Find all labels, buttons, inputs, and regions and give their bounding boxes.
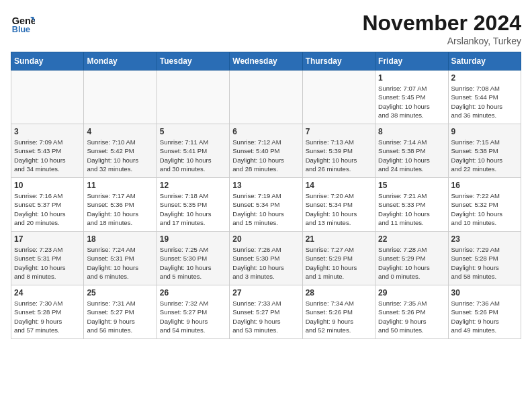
weekday-header-saturday: Saturday <box>448 52 521 71</box>
day-info: Sunrise: 7:12 AMSunset: 5:40 PMDaylight:… <box>232 138 299 173</box>
day-info: Sunrise: 7:24 AMSunset: 5:31 PMDaylight:… <box>87 245 153 281</box>
calendar-cell <box>11 71 84 124</box>
calendar-cell: 11Sunrise: 7:17 AMSunset: 5:36 PMDayligh… <box>84 178 157 232</box>
day-number: 12 <box>160 181 226 190</box>
calendar-cell: 27Sunrise: 7:33 AMSunset: 5:27 PMDayligh… <box>230 285 302 339</box>
week-row-2: 3Sunrise: 7:09 AMSunset: 5:43 PMDaylight… <box>11 124 521 178</box>
day-number: 15 <box>378 181 445 190</box>
day-number: 27 <box>232 288 299 298</box>
day-info: Sunrise: 7:28 AMSunset: 5:29 PMDaylight:… <box>378 245 445 281</box>
location: Arslankoy, Turkey <box>362 36 521 46</box>
day-info: Sunrise: 7:17 AMSunset: 5:36 PMDaylight:… <box>87 191 153 227</box>
day-number: 14 <box>306 181 372 190</box>
day-info: Sunrise: 7:11 AMSunset: 5:41 PMDaylight:… <box>160 138 226 173</box>
day-info: Sunrise: 7:35 AMSunset: 5:26 PMDaylight:… <box>378 299 445 334</box>
day-number: 1 <box>378 73 445 83</box>
calendar-cell: 8Sunrise: 7:14 AMSunset: 5:38 PMDaylight… <box>375 124 448 178</box>
calendar-cell: 24Sunrise: 7:30 AMSunset: 5:28 PMDayligh… <box>11 285 84 339</box>
calendar-cell: 1Sunrise: 7:07 AMSunset: 5:45 PMDaylight… <box>375 71 448 124</box>
day-info: Sunrise: 7:32 AMSunset: 5:27 PMDaylight:… <box>160 299 226 334</box>
day-number: 16 <box>451 181 518 190</box>
calendar-cell: 13Sunrise: 7:19 AMSunset: 5:34 PMDayligh… <box>230 178 302 232</box>
weekday-header-monday: Monday <box>84 52 157 71</box>
calendar-cell: 19Sunrise: 7:25 AMSunset: 5:30 PMDayligh… <box>157 232 229 285</box>
day-number: 30 <box>451 288 518 298</box>
day-info: Sunrise: 7:30 AMSunset: 5:28 PMDaylight:… <box>14 299 81 334</box>
weekday-header-wednesday: Wednesday <box>230 52 302 71</box>
day-info: Sunrise: 7:31 AMSunset: 5:27 PMDaylight:… <box>87 299 153 334</box>
calendar-cell: 10Sunrise: 7:16 AMSunset: 5:37 PMDayligh… <box>11 178 84 232</box>
day-info: Sunrise: 7:16 AMSunset: 5:37 PMDaylight:… <box>14 191 81 227</box>
title-area: November 2024 Arslankoy, Turkey <box>362 11 521 46</box>
day-number: 21 <box>306 234 372 244</box>
month-title: November 2024 <box>362 11 521 36</box>
day-number: 17 <box>14 234 81 244</box>
calendar-cell: 29Sunrise: 7:35 AMSunset: 5:26 PMDayligh… <box>375 285 448 339</box>
day-info: Sunrise: 7:22 AMSunset: 5:32 PMDaylight:… <box>451 191 518 227</box>
weekday-header-tuesday: Tuesday <box>157 52 229 71</box>
week-row-4: 17Sunrise: 7:23 AMSunset: 5:31 PMDayligh… <box>11 232 521 285</box>
day-number: 11 <box>87 181 153 190</box>
calendar-cell: 22Sunrise: 7:28 AMSunset: 5:29 PMDayligh… <box>375 232 448 285</box>
day-info: Sunrise: 7:14 AMSunset: 5:38 PMDaylight:… <box>378 138 445 173</box>
calendar-cell: 12Sunrise: 7:18 AMSunset: 5:35 PMDayligh… <box>157 178 229 232</box>
weekday-header-friday: Friday <box>375 52 448 71</box>
day-number: 22 <box>378 234 445 244</box>
day-info: Sunrise: 7:13 AMSunset: 5:39 PMDaylight:… <box>306 138 372 173</box>
day-info: Sunrise: 7:33 AMSunset: 5:27 PMDaylight:… <box>232 299 299 334</box>
day-info: Sunrise: 7:18 AMSunset: 5:35 PMDaylight:… <box>160 191 226 227</box>
calendar-cell: 21Sunrise: 7:27 AMSunset: 5:29 PMDayligh… <box>302 232 375 285</box>
day-number: 3 <box>14 127 81 136</box>
calendar-cell: 18Sunrise: 7:24 AMSunset: 5:31 PMDayligh… <box>84 232 157 285</box>
day-info: Sunrise: 7:25 AMSunset: 5:30 PMDaylight:… <box>160 245 226 281</box>
day-number: 18 <box>87 234 153 244</box>
day-number: 13 <box>232 181 299 190</box>
weekday-header-row: SundayMondayTuesdayWednesdayThursdayFrid… <box>11 52 521 71</box>
day-number: 2 <box>451 73 518 83</box>
day-info: Sunrise: 7:34 AMSunset: 5:26 PMDaylight:… <box>306 299 372 334</box>
day-number: 10 <box>14 181 81 190</box>
calendar-cell <box>302 71 375 124</box>
day-number: 24 <box>14 288 81 298</box>
calendar-cell: 15Sunrise: 7:21 AMSunset: 5:33 PMDayligh… <box>375 178 448 232</box>
logo-icon: General Blue <box>11 11 35 35</box>
day-info: Sunrise: 7:07 AMSunset: 5:45 PMDaylight:… <box>378 84 445 120</box>
day-info: Sunrise: 7:20 AMSunset: 5:34 PMDaylight:… <box>306 191 372 227</box>
calendar-cell: 17Sunrise: 7:23 AMSunset: 5:31 PMDayligh… <box>11 232 84 285</box>
calendar-cell: 20Sunrise: 7:26 AMSunset: 5:30 PMDayligh… <box>230 232 302 285</box>
day-info: Sunrise: 7:15 AMSunset: 5:38 PMDaylight:… <box>451 138 518 173</box>
calendar-cell: 26Sunrise: 7:32 AMSunset: 5:27 PMDayligh… <box>157 285 229 339</box>
day-number: 29 <box>378 288 445 298</box>
calendar-cell: 25Sunrise: 7:31 AMSunset: 5:27 PMDayligh… <box>84 285 157 339</box>
day-number: 25 <box>87 288 153 298</box>
calendar-cell <box>157 71 229 124</box>
calendar-cell <box>230 71 302 124</box>
day-number: 8 <box>378 127 445 136</box>
week-row-3: 10Sunrise: 7:16 AMSunset: 5:37 PMDayligh… <box>11 178 521 232</box>
weekday-header-thursday: Thursday <box>302 52 375 71</box>
day-number: 20 <box>232 234 299 244</box>
calendar-cell: 14Sunrise: 7:20 AMSunset: 5:34 PMDayligh… <box>302 178 375 232</box>
day-info: Sunrise: 7:09 AMSunset: 5:43 PMDaylight:… <box>14 138 81 173</box>
svg-text:Blue: Blue <box>12 25 30 34</box>
calendar-cell: 23Sunrise: 7:29 AMSunset: 5:28 PMDayligh… <box>448 232 521 285</box>
calendar-cell: 9Sunrise: 7:15 AMSunset: 5:38 PMDaylight… <box>448 124 521 178</box>
calendar-cell: 7Sunrise: 7:13 AMSunset: 5:39 PMDaylight… <box>302 124 375 178</box>
calendar-cell <box>84 71 157 124</box>
week-row-1: 1Sunrise: 7:07 AMSunset: 5:45 PMDaylight… <box>11 71 521 124</box>
day-number: 23 <box>451 234 518 244</box>
day-info: Sunrise: 7:36 AMSunset: 5:26 PMDaylight:… <box>451 299 518 334</box>
day-number: 26 <box>160 288 226 298</box>
calendar-cell: 5Sunrise: 7:11 AMSunset: 5:41 PMDaylight… <box>157 124 229 178</box>
day-number: 6 <box>232 127 299 136</box>
logo: General Blue <box>11 11 35 35</box>
day-info: Sunrise: 7:26 AMSunset: 5:30 PMDaylight:… <box>232 245 299 281</box>
day-number: 4 <box>87 127 153 136</box>
calendar-cell: 2Sunrise: 7:08 AMSunset: 5:44 PMDaylight… <box>448 71 521 124</box>
calendar-cell: 16Sunrise: 7:22 AMSunset: 5:32 PMDayligh… <box>448 178 521 232</box>
calendar-cell: 30Sunrise: 7:36 AMSunset: 5:26 PMDayligh… <box>448 285 521 339</box>
day-number: 9 <box>451 127 518 136</box>
day-info: Sunrise: 7:29 AMSunset: 5:28 PMDaylight:… <box>451 245 518 281</box>
calendar-cell: 28Sunrise: 7:34 AMSunset: 5:26 PMDayligh… <box>302 285 375 339</box>
day-number: 19 <box>160 234 226 244</box>
